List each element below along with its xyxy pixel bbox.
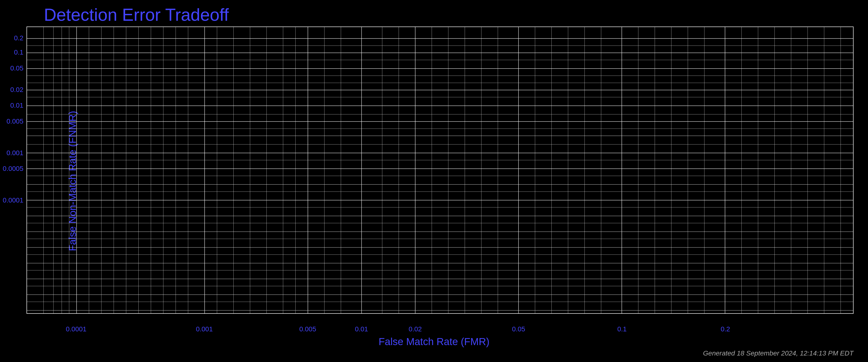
y-tick-0.0005: 0.0005 [3,165,23,172]
y-tick-0.0001: 0.0001 [3,196,23,204]
page-container: Detection Error Tradeoff False Non-Match… [0,0,868,362]
x-ticks-container: 0.0001 0.001 0.005 0.01 0.02 0.05 0.1 0.… [27,318,854,333]
y-tick-0.2: 0.2 [14,34,23,42]
chart-grid [27,27,853,313]
y-tick-0.005: 0.005 [6,117,23,125]
y-tick-0.01: 0.01 [10,102,24,109]
x-tick-0.2: 0.2 [721,325,730,333]
y-tick-0.05: 0.05 [10,64,24,72]
chart-area [27,27,854,314]
x-axis-label: False Match Rate (FMR) [378,336,490,347]
y-tick-0.02: 0.02 [10,86,24,94]
x-tick-0.005: 0.005 [299,325,316,333]
chart-title: Detection Error Tradeoff [44,5,229,25]
x-tick-0.01: 0.01 [355,325,368,333]
y-ticks-container: 0.2 0.1 0.05 0.02 0.01 0.005 0.001 0.000… [0,27,25,314]
x-tick-0.02: 0.02 [409,325,422,333]
generated-text: Generated 18 September 2024, 12:14:13 PM… [703,350,854,357]
x-tick-0.05: 0.05 [512,325,525,333]
y-tick-0.001: 0.001 [6,149,23,157]
x-tick-0.1: 0.1 [617,325,627,333]
x-tick-0.001: 0.001 [196,325,213,333]
y-tick-0.1: 0.1 [14,49,23,56]
x-tick-0.0001: 0.0001 [66,325,87,333]
